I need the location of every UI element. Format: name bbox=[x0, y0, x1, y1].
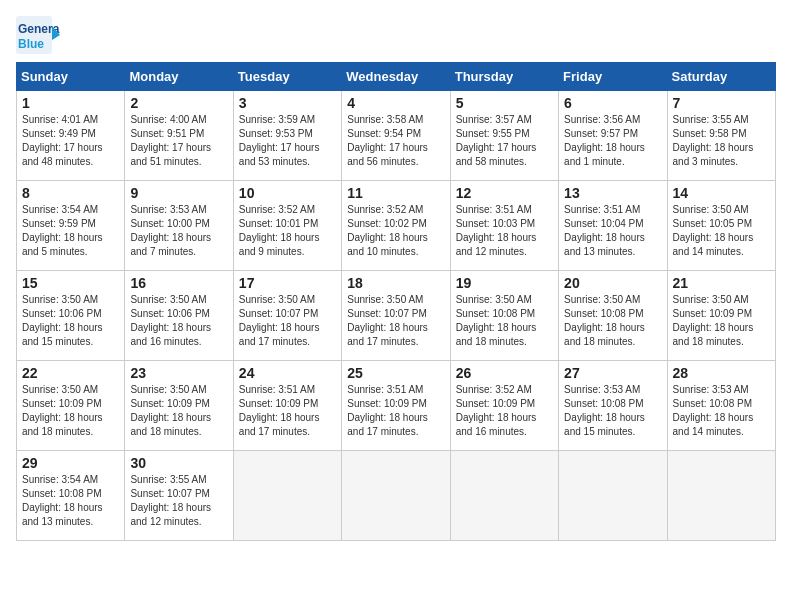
day-number: 29 bbox=[22, 455, 119, 471]
day-info: Sunrise: 3:53 AM Sunset: 10:00 PM Daylig… bbox=[130, 203, 227, 259]
day-info: Sunrise: 3:50 AM Sunset: 10:09 PM Daylig… bbox=[130, 383, 227, 439]
day-cell: 13Sunrise: 3:51 AM Sunset: 10:04 PM Dayl… bbox=[559, 181, 667, 271]
day-info: Sunrise: 3:52 AM Sunset: 10:02 PM Daylig… bbox=[347, 203, 444, 259]
day-cell: 26Sunrise: 3:52 AM Sunset: 10:09 PM Dayl… bbox=[450, 361, 558, 451]
day-number: 15 bbox=[22, 275, 119, 291]
day-info: Sunrise: 3:52 AM Sunset: 10:09 PM Daylig… bbox=[456, 383, 553, 439]
day-number: 13 bbox=[564, 185, 661, 201]
day-cell: 12Sunrise: 3:51 AM Sunset: 10:03 PM Dayl… bbox=[450, 181, 558, 271]
day-number: 20 bbox=[564, 275, 661, 291]
day-cell: 4Sunrise: 3:58 AM Sunset: 9:54 PM Daylig… bbox=[342, 91, 450, 181]
day-info: Sunrise: 3:57 AM Sunset: 9:55 PM Dayligh… bbox=[456, 113, 553, 169]
day-info: Sunrise: 3:55 AM Sunset: 9:58 PM Dayligh… bbox=[673, 113, 770, 169]
day-info: Sunrise: 3:51 AM Sunset: 10:09 PM Daylig… bbox=[239, 383, 336, 439]
day-info: Sunrise: 3:54 AM Sunset: 10:08 PM Daylig… bbox=[22, 473, 119, 529]
col-header-thursday: Thursday bbox=[450, 63, 558, 91]
day-number: 23 bbox=[130, 365, 227, 381]
day-number: 17 bbox=[239, 275, 336, 291]
day-info: Sunrise: 3:50 AM Sunset: 10:07 PM Daylig… bbox=[347, 293, 444, 349]
header: General Blue bbox=[16, 16, 776, 54]
day-info: Sunrise: 3:50 AM Sunset: 10:08 PM Daylig… bbox=[564, 293, 661, 349]
day-cell bbox=[342, 451, 450, 541]
day-info: Sunrise: 3:51 AM Sunset: 10:09 PM Daylig… bbox=[347, 383, 444, 439]
day-info: Sunrise: 3:54 AM Sunset: 9:59 PM Dayligh… bbox=[22, 203, 119, 259]
day-info: Sunrise: 3:59 AM Sunset: 9:53 PM Dayligh… bbox=[239, 113, 336, 169]
day-number: 21 bbox=[673, 275, 770, 291]
day-number: 5 bbox=[456, 95, 553, 111]
week-row-1: 8Sunrise: 3:54 AM Sunset: 9:59 PM Daylig… bbox=[17, 181, 776, 271]
day-cell: 10Sunrise: 3:52 AM Sunset: 10:01 PM Dayl… bbox=[233, 181, 341, 271]
day-number: 1 bbox=[22, 95, 119, 111]
day-cell: 5Sunrise: 3:57 AM Sunset: 9:55 PM Daylig… bbox=[450, 91, 558, 181]
day-cell: 23Sunrise: 3:50 AM Sunset: 10:09 PM Dayl… bbox=[125, 361, 233, 451]
week-row-4: 29Sunrise: 3:54 AM Sunset: 10:08 PM Dayl… bbox=[17, 451, 776, 541]
day-cell: 11Sunrise: 3:52 AM Sunset: 10:02 PM Dayl… bbox=[342, 181, 450, 271]
day-cell: 2Sunrise: 4:00 AM Sunset: 9:51 PM Daylig… bbox=[125, 91, 233, 181]
day-cell bbox=[233, 451, 341, 541]
calendar-table: SundayMondayTuesdayWednesdayThursdayFrid… bbox=[16, 62, 776, 541]
day-number: 30 bbox=[130, 455, 227, 471]
day-info: Sunrise: 3:50 AM Sunset: 10:07 PM Daylig… bbox=[239, 293, 336, 349]
day-cell bbox=[559, 451, 667, 541]
day-info: Sunrise: 3:55 AM Sunset: 10:07 PM Daylig… bbox=[130, 473, 227, 529]
day-cell: 21Sunrise: 3:50 AM Sunset: 10:09 PM Dayl… bbox=[667, 271, 775, 361]
day-number: 24 bbox=[239, 365, 336, 381]
logo-svg: General Blue bbox=[16, 16, 60, 54]
day-cell: 29Sunrise: 3:54 AM Sunset: 10:08 PM Dayl… bbox=[17, 451, 125, 541]
calendar-body: 1Sunrise: 4:01 AM Sunset: 9:49 PM Daylig… bbox=[17, 91, 776, 541]
day-cell: 17Sunrise: 3:50 AM Sunset: 10:07 PM Dayl… bbox=[233, 271, 341, 361]
day-info: Sunrise: 3:50 AM Sunset: 10:05 PM Daylig… bbox=[673, 203, 770, 259]
day-info: Sunrise: 3:51 AM Sunset: 10:03 PM Daylig… bbox=[456, 203, 553, 259]
day-info: Sunrise: 4:01 AM Sunset: 9:49 PM Dayligh… bbox=[22, 113, 119, 169]
day-info: Sunrise: 3:53 AM Sunset: 10:08 PM Daylig… bbox=[564, 383, 661, 439]
day-cell: 24Sunrise: 3:51 AM Sunset: 10:09 PM Dayl… bbox=[233, 361, 341, 451]
day-info: Sunrise: 3:56 AM Sunset: 9:57 PM Dayligh… bbox=[564, 113, 661, 169]
day-number: 28 bbox=[673, 365, 770, 381]
day-number: 4 bbox=[347, 95, 444, 111]
day-number: 8 bbox=[22, 185, 119, 201]
day-info: Sunrise: 4:00 AM Sunset: 9:51 PM Dayligh… bbox=[130, 113, 227, 169]
day-cell: 9Sunrise: 3:53 AM Sunset: 10:00 PM Dayli… bbox=[125, 181, 233, 271]
day-number: 9 bbox=[130, 185, 227, 201]
day-cell: 25Sunrise: 3:51 AM Sunset: 10:09 PM Dayl… bbox=[342, 361, 450, 451]
day-cell: 22Sunrise: 3:50 AM Sunset: 10:09 PM Dayl… bbox=[17, 361, 125, 451]
day-cell: 28Sunrise: 3:53 AM Sunset: 10:08 PM Dayl… bbox=[667, 361, 775, 451]
day-cell bbox=[450, 451, 558, 541]
week-row-0: 1Sunrise: 4:01 AM Sunset: 9:49 PM Daylig… bbox=[17, 91, 776, 181]
day-cell: 18Sunrise: 3:50 AM Sunset: 10:07 PM Dayl… bbox=[342, 271, 450, 361]
day-number: 27 bbox=[564, 365, 661, 381]
col-header-monday: Monday bbox=[125, 63, 233, 91]
col-header-friday: Friday bbox=[559, 63, 667, 91]
day-cell bbox=[667, 451, 775, 541]
col-header-wednesday: Wednesday bbox=[342, 63, 450, 91]
day-info: Sunrise: 3:50 AM Sunset: 10:06 PM Daylig… bbox=[22, 293, 119, 349]
day-info: Sunrise: 3:50 AM Sunset: 10:06 PM Daylig… bbox=[130, 293, 227, 349]
day-cell: 6Sunrise: 3:56 AM Sunset: 9:57 PM Daylig… bbox=[559, 91, 667, 181]
day-cell: 8Sunrise: 3:54 AM Sunset: 9:59 PM Daylig… bbox=[17, 181, 125, 271]
day-number: 12 bbox=[456, 185, 553, 201]
day-number: 18 bbox=[347, 275, 444, 291]
day-info: Sunrise: 3:50 AM Sunset: 10:08 PM Daylig… bbox=[456, 293, 553, 349]
day-info: Sunrise: 3:52 AM Sunset: 10:01 PM Daylig… bbox=[239, 203, 336, 259]
day-cell: 3Sunrise: 3:59 AM Sunset: 9:53 PM Daylig… bbox=[233, 91, 341, 181]
week-row-3: 22Sunrise: 3:50 AM Sunset: 10:09 PM Dayl… bbox=[17, 361, 776, 451]
day-number: 2 bbox=[130, 95, 227, 111]
day-number: 22 bbox=[22, 365, 119, 381]
day-cell: 20Sunrise: 3:50 AM Sunset: 10:08 PM Dayl… bbox=[559, 271, 667, 361]
logo-container: General Blue bbox=[16, 16, 62, 54]
day-cell: 19Sunrise: 3:50 AM Sunset: 10:08 PM Dayl… bbox=[450, 271, 558, 361]
logo-graphic: General Blue bbox=[16, 16, 60, 54]
day-cell: 16Sunrise: 3:50 AM Sunset: 10:06 PM Dayl… bbox=[125, 271, 233, 361]
logo: General Blue bbox=[16, 16, 62, 54]
day-number: 6 bbox=[564, 95, 661, 111]
day-info: Sunrise: 3:50 AM Sunset: 10:09 PM Daylig… bbox=[673, 293, 770, 349]
day-cell: 7Sunrise: 3:55 AM Sunset: 9:58 PM Daylig… bbox=[667, 91, 775, 181]
day-cell: 30Sunrise: 3:55 AM Sunset: 10:07 PM Dayl… bbox=[125, 451, 233, 541]
col-header-sunday: Sunday bbox=[17, 63, 125, 91]
day-info: Sunrise: 3:53 AM Sunset: 10:08 PM Daylig… bbox=[673, 383, 770, 439]
day-info: Sunrise: 3:58 AM Sunset: 9:54 PM Dayligh… bbox=[347, 113, 444, 169]
day-number: 25 bbox=[347, 365, 444, 381]
column-headers: SundayMondayTuesdayWednesdayThursdayFrid… bbox=[17, 63, 776, 91]
day-number: 3 bbox=[239, 95, 336, 111]
day-number: 7 bbox=[673, 95, 770, 111]
